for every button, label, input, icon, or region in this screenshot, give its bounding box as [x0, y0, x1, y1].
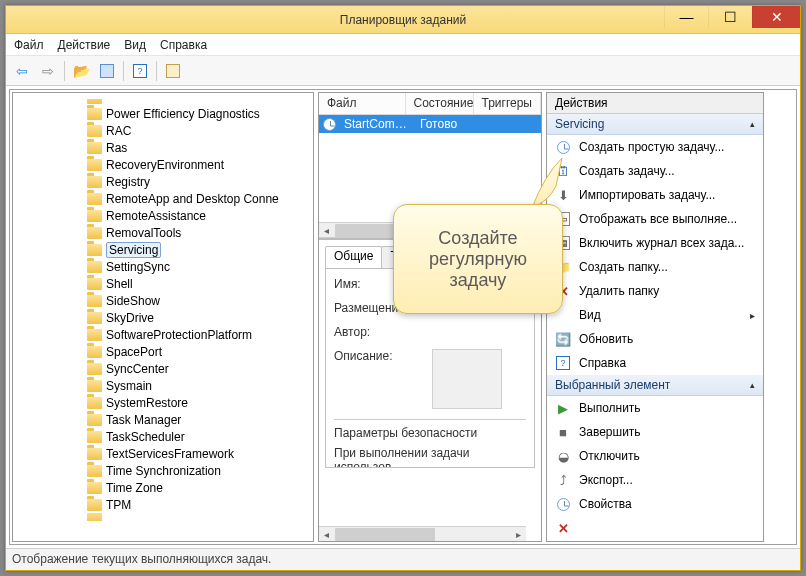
action-group-servicing[interactable]: Servicing ▴	[547, 114, 763, 135]
collapse-icon[interactable]: ▴	[750, 380, 755, 390]
group-title: Servicing	[555, 117, 604, 131]
action-icon	[555, 496, 571, 512]
action-item[interactable]: ▤Включить журнал всех зада...	[547, 231, 763, 255]
actions-pane: Действия Servicing ▴ Создать простую зад…	[546, 92, 764, 542]
task-row[interactable]: StartCompo... Готово	[319, 115, 541, 133]
folder-icon	[87, 312, 102, 324]
tree-item[interactable]: TextServicesFramework	[27, 445, 309, 462]
help-button[interactable]: ?	[128, 59, 152, 83]
minimize-button[interactable]: —	[664, 6, 708, 28]
label-author: Автор:	[334, 325, 424, 339]
tree-item[interactable]: SideShow	[27, 292, 309, 309]
action-item[interactable]: ◒Отключить	[547, 444, 763, 468]
tree-item-label: Shell	[106, 277, 133, 291]
action-item[interactable]: ⬇Импортировать задачу...	[547, 183, 763, 207]
forward-button[interactable]: ⇨	[36, 59, 60, 83]
folder-icon	[87, 227, 102, 239]
tree-item[interactable]: TaskScheduler	[27, 428, 309, 445]
col-state[interactable]: Состояние	[406, 93, 474, 114]
titlebar[interactable]: Планировщик заданий — ☐ ✕	[6, 6, 800, 34]
action-item[interactable]: ▭Отображать все выполняе...	[547, 207, 763, 231]
action-label: Отображать все выполняе...	[579, 212, 737, 226]
tree-item[interactable]: RAC	[27, 122, 309, 139]
folder-icon	[87, 380, 102, 392]
collapse-icon[interactable]: ▴	[750, 119, 755, 129]
maximize-button[interactable]: ☐	[708, 6, 752, 28]
folder-icon	[87, 210, 102, 222]
col-file[interactable]: Файл	[319, 93, 406, 114]
folder-icon	[87, 414, 102, 426]
action-item[interactable]: ✕Удалить папку	[547, 279, 763, 303]
action-icon	[555, 139, 571, 155]
tree-item-label: Sysmain	[106, 379, 152, 393]
tab-general[interactable]: Общие	[325, 246, 382, 268]
tree-item[interactable]: Servicing	[27, 241, 309, 258]
folder-icon	[87, 482, 102, 494]
action-item[interactable]: ?Справка	[547, 351, 763, 375]
scroll-thumb[interactable]	[335, 528, 435, 541]
tree-item-label: Servicing	[106, 242, 161, 258]
tree-item[interactable]: SkyDrive	[27, 309, 309, 326]
tree-pane[interactable]: Power Efficiency DiagnosticsRACRasRecove…	[12, 92, 314, 542]
tree-item[interactable]: Sysmain	[27, 377, 309, 394]
action-item[interactable]: 🔄Обновить	[547, 327, 763, 351]
back-button[interactable]: ⇦	[10, 59, 34, 83]
callout-bubble: Создайте регулярную задачу	[393, 204, 563, 314]
menu-view[interactable]: Вид	[124, 38, 146, 52]
menu-file[interactable]: Файл	[14, 38, 44, 52]
folder-icon	[87, 108, 102, 120]
tree-item-label: SyncCenter	[106, 362, 169, 376]
content-area: Power Efficiency DiagnosticsRACRasRecove…	[9, 89, 797, 545]
tree-item[interactable]: SoftwareProtectionPlatform	[27, 326, 309, 343]
folder-icon	[87, 431, 102, 443]
tree-item[interactable]: SystemRestore	[27, 394, 309, 411]
tree-item[interactable]: Power Efficiency Diagnostics	[27, 105, 309, 122]
tree-item[interactable]: TPM	[27, 496, 309, 513]
action-item[interactable]: 📁Создать папку...	[547, 255, 763, 279]
action-item[interactable]: 🗓Создать задачу...	[547, 159, 763, 183]
folder-icon	[87, 499, 102, 511]
scroll-right-icon[interactable]: ▸	[511, 527, 526, 542]
tree-item[interactable]: Time Zone	[27, 479, 309, 496]
tree-item-label: SoftwareProtectionPlatform	[106, 328, 252, 342]
close-button[interactable]: ✕	[752, 6, 800, 28]
tree-item[interactable]: RemoteAssistance	[27, 207, 309, 224]
action-item[interactable]: Создать простую задачу...	[547, 135, 763, 159]
action-icon: 🔄	[555, 331, 571, 347]
col-triggers[interactable]: Триггеры	[474, 93, 542, 114]
scroll-left-icon[interactable]: ◂	[319, 527, 334, 542]
tree-item-partial[interactable]	[27, 513, 309, 521]
tree-item[interactable]: RemovalTools	[27, 224, 309, 241]
detail-hscroll[interactable]: ◂ ▸	[319, 526, 526, 541]
tree-item[interactable]: SyncCenter	[27, 360, 309, 377]
tree-item[interactable]: Shell	[27, 275, 309, 292]
action-item[interactable]: ▶Выполнить	[547, 396, 763, 420]
description-box[interactable]	[432, 349, 502, 409]
scroll-left-icon[interactable]: ◂	[319, 223, 334, 238]
action-group-selected[interactable]: Выбранный элемент ▴	[547, 375, 763, 396]
folder-icon	[87, 295, 102, 307]
action-label: Удалить папку	[579, 284, 659, 298]
label-runas: При выполнении задачи использов	[334, 446, 526, 468]
panel-toggle-button[interactable]	[95, 59, 119, 83]
action-item[interactable]: ✕	[547, 516, 763, 540]
action-icon: ⤴	[555, 472, 571, 488]
menu-help[interactable]: Справка	[160, 38, 207, 52]
action-item[interactable]: Свойства	[547, 492, 763, 516]
tree-item[interactable]: RemoteApp and Desktop Conne	[27, 190, 309, 207]
tree-item[interactable]: SpacePort	[27, 343, 309, 360]
up-button[interactable]: 📂	[69, 59, 93, 83]
menu-action[interactable]: Действие	[58, 38, 111, 52]
action-item[interactable]: ■Завершить	[547, 420, 763, 444]
tree-item[interactable]: SettingSync	[27, 258, 309, 275]
actions-list[interactable]: Servicing ▴ Создать простую задачу...🗓Со…	[547, 114, 763, 541]
action-item[interactable]: Вид▸	[547, 303, 763, 327]
tree-item[interactable]: Registry	[27, 173, 309, 190]
action-item[interactable]: ⤴Экспорт...	[547, 468, 763, 492]
view-button[interactable]	[161, 59, 185, 83]
tree-item[interactable]: Time Synchronization	[27, 462, 309, 479]
action-label: Выполнить	[579, 401, 641, 415]
tree-item[interactable]: RecoveryEnvironment	[27, 156, 309, 173]
tree-item[interactable]: Ras	[27, 139, 309, 156]
tree-item[interactable]: Task Manager	[27, 411, 309, 428]
